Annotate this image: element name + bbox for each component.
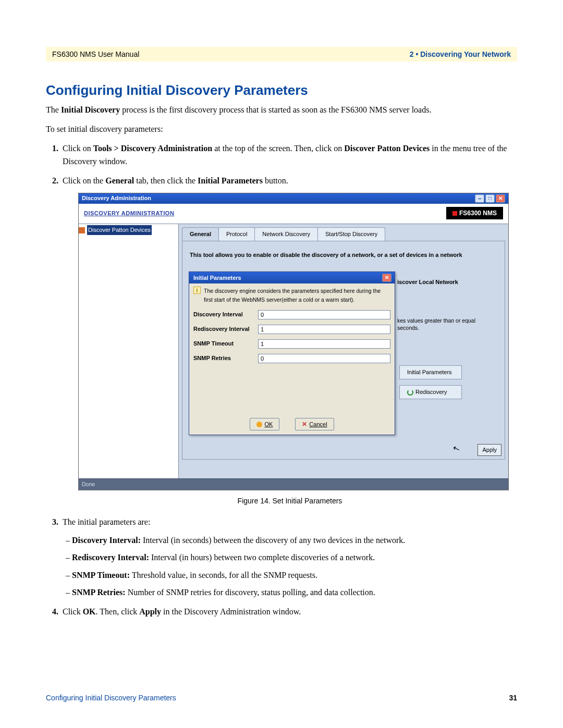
logo-icon — [452, 211, 457, 216]
text: at the top of the screen. Then, click on — [212, 144, 344, 153]
text-bold: Apply — [139, 607, 161, 616]
step3-lead: The initial parameters are: — [63, 517, 150, 526]
page-number: 31 — [509, 694, 517, 702]
dialog-controls: ✕ — [382, 274, 391, 282]
tab-protocol[interactable]: Protocol — [218, 227, 255, 241]
dialog-info-text: The discovery engine considers the param… — [204, 287, 390, 304]
tab-general[interactable]: General — [182, 227, 219, 241]
text: Click on the — [63, 176, 105, 185]
tree-pane: Discover Patton Devices — [79, 224, 179, 478]
text: seconds. — [397, 325, 419, 331]
content-pane: General Protocol Network Discovery Start… — [179, 224, 508, 478]
row-discovery-interval: Discovery Interval — [193, 310, 390, 319]
window-title: Discovery Administration — [82, 194, 151, 203]
step-3: The initial parameters are: – Discovery … — [60, 516, 517, 599]
maximize-button[interactable]: □ — [485, 194, 495, 203]
dialog-close-button[interactable]: ✕ — [382, 274, 391, 282]
step-2: Click on the General tab, then click the… — [60, 175, 517, 507]
label-snmp-timeout: SNMP Timeout — [193, 339, 258, 348]
dialog-info: i The discovery engine considers the par… — [193, 287, 390, 304]
product-name: FS6300 NMS — [459, 208, 497, 218]
tree-item-discover-patton[interactable]: Discover Patton Devices — [87, 225, 152, 235]
sub-item: – Discovery Interval: Interval (in secon… — [66, 533, 517, 547]
term: Rediscovery Interval: — [72, 553, 149, 562]
tab-start-stop[interactable]: Start/Stop Discovery — [317, 227, 385, 241]
step-4: Click OK. Then, click Apply in the Disco… — [60, 606, 517, 619]
ok-button[interactable]: OK — [250, 418, 279, 431]
cancel-label: Cancel — [309, 420, 327, 429]
button-label: Rediscovery — [415, 388, 447, 397]
admin-header: DISCOVERY ADMINISTRATION FS6300 NMS — [79, 204, 508, 225]
sub-item: – Rediscovery Interval: Interval (in hou… — [66, 550, 517, 564]
intro-paragraph: The Initial Discovery process is the fir… — [46, 104, 517, 116]
partial-note: kes values greater than or equal seconds… — [397, 317, 475, 331]
dialog-title: Initial Parameters — [193, 274, 241, 282]
screenshot-discovery-admin: Discovery Administration ‒ □ ✕ DISCOVERY… — [78, 193, 509, 490]
text: . Then, click — [96, 607, 140, 616]
tool-description: This tool allows you to enable or disabl… — [190, 251, 497, 260]
doc-header: FS6300 NMS User Manual 2 • Discovering Y… — [46, 47, 517, 61]
text-bold: OK — [83, 607, 96, 616]
text: Click on — [63, 144, 93, 153]
text-bold: Tools > Discovery Administration — [93, 144, 213, 153]
text: kes values greater than or equal — [397, 317, 475, 324]
text-bold: Initial Parameters — [198, 176, 263, 185]
cancel-icon: ✕ — [302, 419, 307, 429]
window-titlebar: Discovery Administration ‒ □ ✕ — [79, 193, 508, 204]
rediscovery-button[interactable]: Rediscovery — [399, 385, 462, 399]
term: SNMP Timeout: — [72, 571, 130, 579]
lead-text: To set initial discovery parameters: — [46, 123, 517, 135]
dialog-titlebar: Initial Parameters ✕ — [189, 272, 395, 283]
label-discovery-interval: Discovery Interval — [193, 310, 258, 319]
window-controls: ‒ □ ✕ — [475, 194, 505, 203]
text-bold: General — [105, 176, 134, 185]
section-heading: Configuring Initial Discovery Parameters — [46, 82, 517, 98]
term: SNMP Retries: — [72, 588, 126, 597]
desc: Interval (in seconds) between the discov… — [141, 536, 405, 545]
cancel-button[interactable]: ✕ Cancel — [295, 418, 334, 431]
initial-parameters-button[interactable]: Initial Parameters — [399, 365, 462, 379]
product-badge: FS6300 NMS — [446, 207, 503, 220]
input-rediscovery-interval[interactable] — [258, 325, 390, 334]
button-label: Initial Parameters — [407, 369, 452, 375]
input-discovery-interval[interactable] — [258, 310, 390, 319]
tab-network-discovery[interactable]: Network Discovery — [254, 227, 318, 241]
label-snmp-retries: SNMP Retries — [193, 354, 258, 363]
text: process is the first discovery process t… — [120, 105, 431, 114]
ok-label: OK — [264, 420, 273, 429]
label-rediscovery-interval: Rediscovery Interval — [193, 325, 258, 334]
apply-button[interactable]: Apply — [478, 444, 501, 456]
close-button[interactable]: ✕ — [496, 194, 505, 203]
cursor-icon: ↖ — [451, 441, 462, 456]
text: tab, then click the — [134, 176, 198, 185]
page-footer: Configuring Initial Discovery Parameters… — [46, 694, 517, 702]
dialog-initial-parameters: Initial Parameters ✕ i The discovery eng… — [189, 272, 395, 435]
admin-body: Discover Patton Devices General Protocol… — [79, 224, 508, 478]
figure-caption: Figure 14. Set Initial Parameters — [63, 496, 517, 507]
status-bar: Done — [79, 478, 508, 489]
row-rediscovery-interval: Rediscovery Interval — [193, 325, 390, 334]
text-bold: Discover Patton Devices — [344, 144, 430, 153]
dialog-body: i The discovery engine considers the par… — [189, 283, 395, 435]
desc: Threshold value, in seconds, for all the… — [130, 571, 317, 579]
input-snmp-timeout[interactable] — [258, 339, 390, 349]
info-icon: i — [193, 287, 201, 294]
text-bold: Initial Discovery — [61, 105, 120, 114]
input-snmp-retries[interactable] — [258, 354, 390, 363]
refresh-icon — [407, 389, 413, 396]
text: button. — [263, 176, 288, 185]
dialog-buttons: OK ✕ Cancel — [189, 418, 395, 431]
sub-item: – SNMP Timeout: Threshold value, in seco… — [66, 568, 517, 582]
desc: Interval (in hours) between two complete… — [149, 553, 375, 562]
tab-row: General Protocol Network Discovery Start… — [182, 227, 505, 241]
partial-label-discover-local: iscover Local Network — [397, 278, 458, 287]
minimize-button[interactable]: ‒ — [475, 194, 484, 203]
term: Discovery Interval: — [72, 536, 141, 545]
doc-title: FS6300 NMS User Manual — [52, 50, 139, 58]
step3-sublist: – Discovery Interval: Interval (in secon… — [66, 533, 517, 599]
tree-node-icon — [79, 227, 85, 233]
text: Click — [63, 607, 83, 616]
ok-icon — [256, 422, 262, 427]
step-1: Click on Tools > Discovery Administratio… — [60, 142, 517, 168]
text: in the Discovery Administration window. — [161, 607, 301, 616]
